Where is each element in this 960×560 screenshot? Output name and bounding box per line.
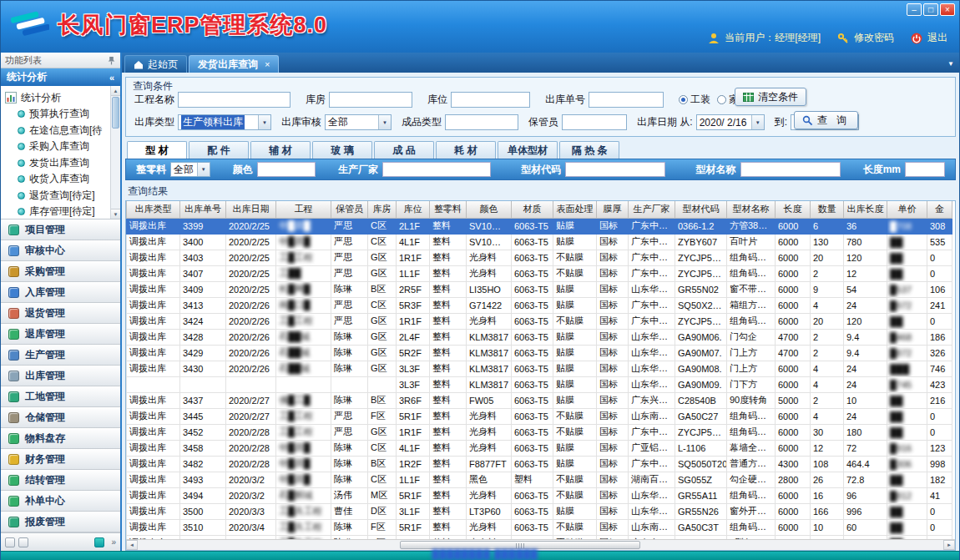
column-header[interactable]: 出库长度 [844, 201, 887, 218]
chevron-down-icon[interactable]: ▼ [258, 115, 270, 129]
chevron-down-icon[interactable]: ▼ [751, 115, 764, 129]
maximize-button[interactable]: □ [923, 3, 938, 16]
forward-icon[interactable]: » [111, 537, 116, 547]
sidebar-accordion-item[interactable]: 结转管理 [1, 470, 120, 491]
radio-gongzhuang[interactable] [679, 95, 688, 104]
column-header[interactable]: 材质 [512, 201, 553, 218]
sidebar-accordion-item[interactable]: 出库管理 [1, 366, 120, 386]
profile-code-input[interactable] [565, 162, 665, 177]
column-header[interactable]: 颜色 [467, 201, 512, 218]
table-row[interactable]: 调拨出库34522020/2/28工█工程严思G区1R1F整料光身料6063-T… [127, 424, 952, 440]
zhengling-combo[interactable]: 全部 ▼ [170, 162, 210, 177]
table-row[interactable]: 调拨出库35002020/3/3工█共工程曹佳D区3L1F整料LT3P60606… [127, 503, 952, 519]
keeper-input[interactable] [562, 114, 627, 130]
column-header[interactable]: 工程 [276, 201, 331, 218]
material-tab[interactable]: 隔 热 条 [559, 141, 619, 159]
table-row[interactable]: 调拨出库34032020/2/25工█工程严思G区1R1F整料光身料6063-T… [127, 250, 952, 265]
scroll-up-icon[interactable]: ▲ [111, 86, 120, 96]
table-row[interactable]: 调拨出库34822020/2/28华█原█陈琳B区1R2F整料F8877FT60… [127, 456, 952, 472]
scroll-down-icon[interactable]: ▼ [111, 209, 120, 219]
radio-jiazhuang[interactable] [717, 95, 726, 104]
material-tab[interactable]: 辅 材 [250, 141, 311, 159]
column-header[interactable]: 型材名称 [727, 201, 776, 218]
date-from-picker[interactable]: 2020/ 2/16 ▼ [696, 114, 765, 130]
table-row[interactable]: 调拨出库34452020/2/27工█工程严思F区5R1F整料光身料6063-T… [127, 408, 952, 424]
column-header[interactable]: 库房 [368, 201, 397, 218]
order-no-input[interactable] [589, 92, 664, 108]
sidebar-tree-item[interactable]: 预算执行查询 [5, 106, 109, 123]
length-input[interactable] [905, 162, 945, 177]
tab-home[interactable]: 起始页 [124, 55, 187, 73]
profile-name-input[interactable] [740, 162, 841, 177]
change-password-link[interactable]: 修改密码 [854, 31, 894, 45]
column-header[interactable]: 出库日期 [226, 201, 276, 218]
search-button[interactable]: 查 询 [794, 111, 858, 129]
audit-combo[interactable]: 全部 ▼ [325, 114, 392, 130]
scroll-right-icon[interactable]: ► [943, 540, 955, 550]
warehouse-input[interactable] [329, 92, 412, 108]
chevron-down-icon[interactable]: ▼ [197, 163, 210, 176]
sidebar-accordion-item[interactable]: 项目管理 [1, 219, 120, 240]
sidebar-tree-item[interactable]: 库存管理[待定] [5, 204, 109, 219]
sidebar-tree-item[interactable]: 退货查询[待定] [5, 188, 109, 204]
panel-icon[interactable] [5, 537, 15, 547]
clear-button[interactable]: 清空条件 [735, 88, 806, 106]
sidebar-accordion-item[interactable]: 工地管理 [1, 386, 120, 407]
sidebar-accordion-item[interactable]: 报废管理 [1, 512, 120, 532]
table-row[interactable]: 3L3F整料KLM38176063-T5贴膜国标山东华…GA90M09.门下方6… [127, 376, 952, 392]
table-row[interactable]: 调拨出库34282020/2/26石██城陈琳G区2L4F整料KLM381760… [127, 329, 952, 345]
material-tab[interactable]: 耗 材 [436, 141, 496, 159]
layout-icon[interactable] [18, 537, 28, 547]
column-header[interactable]: 单价 [887, 201, 927, 218]
manufacturer-input[interactable] [382, 162, 491, 177]
scrollbar-thumb[interactable] [400, 541, 640, 549]
column-header[interactable]: 金 [927, 201, 952, 218]
table-row[interactable]: 调拨出库34092020/2/25长█网█陈琳B区2R5F整料LI35HO606… [127, 281, 952, 297]
table-row[interactable]: 调拨出库34372020/2/27佛█工█陈琳B区3R6F整料FW056063-… [127, 392, 952, 408]
column-header[interactable]: 整零料 [430, 201, 467, 218]
product-type-input[interactable] [445, 114, 518, 130]
table-row[interactable]: 调拨出库34292020/2/26石██城陈琳G区5R2F整料KLM381760… [127, 345, 952, 361]
column-header[interactable]: 生产厂家 [629, 201, 675, 218]
column-header[interactable]: 出库类型 [127, 201, 180, 218]
pin-icon[interactable] [107, 56, 116, 65]
sidebar-accordion-item[interactable]: 仓储管理 [1, 407, 120, 428]
tabbar-dropdown-icon[interactable]: ▼ [947, 60, 954, 68]
sidebar-accordion-item[interactable]: 入库管理 [1, 282, 120, 303]
column-header[interactable]: 库位 [397, 201, 430, 218]
sidebar-accordion-item[interactable]: 补单中心 [1, 491, 120, 512]
table-row[interactable]: 调拨出库35102020/3/4工█共工程陈琳F区5R1F整料光身料6063-T… [127, 519, 952, 535]
collapse-icon[interactable]: « [109, 73, 114, 83]
tree-root-statistics[interactable]: 统计分析 [5, 89, 109, 106]
sidebar-accordion-item[interactable]: 采购管理 [1, 261, 120, 282]
color-input[interactable] [257, 162, 316, 177]
table-row[interactable]: 调拨出库34132020/2/26南█口█严思C区5R3F整料G71422606… [127, 297, 952, 313]
column-header[interactable]: 表面处理 [553, 201, 597, 218]
table-row[interactable]: 调拨出库34942020/3/2石█辉城汤伟M区5R1F整料光身料6063-T5… [127, 487, 952, 503]
minimize-button[interactable]: – [907, 3, 922, 16]
sidebar-section-statistics[interactable]: 统计分析 « [1, 68, 120, 86]
location-input[interactable] [451, 92, 530, 108]
sidebar-accordion-item[interactable]: 生产管理 [1, 345, 120, 366]
sidebar-tree-item[interactable]: 采购入库查询 [5, 139, 109, 155]
sidebar-accordion-item[interactable]: 财务管理 [1, 449, 120, 470]
out-type-combo[interactable]: 生产领料出库 ▼ [178, 114, 271, 130]
tab-shipping-query[interactable]: 发货出库查询 × [189, 55, 279, 73]
column-header[interactable]: 数量 [811, 201, 844, 218]
material-tab[interactable]: 玻 璃 [312, 141, 372, 159]
sidebar-accordion-item[interactable]: 物料盘存 [1, 428, 120, 449]
table-row[interactable]: 调拨出库34242020/2/26工█工程严思G区1R1F整料光身料6063-T… [127, 313, 952, 329]
table-row[interactable]: 调拨出库34302020/2/26石██城陈琳G区3L3F整料KLM381760… [127, 361, 952, 376]
column-header[interactable]: 长度 [776, 201, 811, 218]
column-header[interactable]: 型材代码 [675, 201, 727, 218]
sidebar-tree-item[interactable]: 收货入库查询 [5, 171, 109, 188]
material-tab[interactable]: 型 材 [127, 141, 187, 159]
sidebar-tree-item[interactable]: 发货出库查询 [5, 155, 109, 172]
table-row[interactable]: 调拨出库34072020/2/25工██严思G区1L1F整料光身料6063-T5… [127, 265, 952, 281]
logout-link[interactable]: 退出 [927, 31, 947, 45]
column-header[interactable]: 膜厚 [597, 201, 629, 218]
material-tab[interactable]: 成 品 [374, 141, 434, 159]
sidebar-accordion-item[interactable]: 退货管理 [1, 303, 120, 324]
table-row[interactable]: 调拨出库34932020/3/2华█原█陈琳C区1L1F整料黑色塑料不贴膜国标湖… [127, 472, 952, 487]
table-row[interactable]: 调拨出库34582020/2/28华█原█陈琳C区4L1F整料光身料6063-T… [127, 440, 952, 456]
